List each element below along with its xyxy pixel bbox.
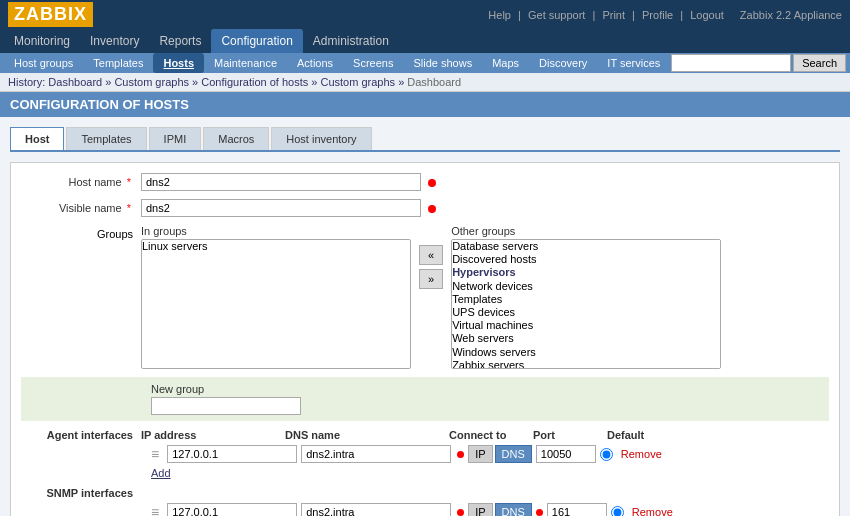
agent-add-link[interactable]: Add (21, 467, 829, 479)
other-group-database: Database servers (452, 240, 720, 253)
remove-group-arrow[interactable]: » (419, 269, 443, 289)
tab-host[interactable]: Host (10, 127, 64, 150)
snmp-interfaces-label: SNMP interfaces (21, 487, 141, 499)
snmp-default-radio[interactable] (611, 506, 624, 517)
snmp-connect-indicator (536, 509, 543, 516)
snmp-dns-indicator (457, 509, 464, 516)
print-link[interactable]: Print (602, 9, 625, 21)
host-name-value (141, 173, 829, 191)
sub-discovery[interactable]: Discovery (529, 53, 597, 73)
appliance-label: Zabbix 2.2 Appliance (740, 9, 842, 21)
groups-label: Groups (21, 225, 141, 240)
sub-maintenance[interactable]: Maintenance (204, 53, 287, 73)
breadcrumb-custom-graphs2[interactable]: Custom graphs (320, 76, 395, 88)
visible-name-label: Visible name * (21, 199, 141, 214)
agent-connect-dns[interactable]: DNS (495, 445, 532, 463)
agent-interface-row-1: ≡ IP DNS Remove (21, 445, 829, 463)
sub-actions[interactable]: Actions (287, 53, 343, 73)
sub-screens[interactable]: Screens (343, 53, 403, 73)
tab-macros[interactable]: Macros (203, 127, 269, 150)
tab-templates[interactable]: Templates (66, 127, 146, 150)
snmp-port-input[interactable] (547, 503, 607, 516)
breadcrumb: History: Dashboard » Custom graphs » Con… (0, 73, 850, 92)
sub-templates[interactable]: Templates (83, 53, 153, 73)
col-connect-label: Connect to (449, 429, 529, 441)
agent-port-input[interactable] (536, 445, 596, 463)
agent-dns-indicator (457, 451, 464, 458)
drag-handle-agent[interactable]: ≡ (151, 446, 159, 462)
visible-name-indicator (428, 205, 436, 213)
agent-column-headers: IP address DNS name Connect to Port Defa… (141, 429, 829, 441)
agent-connect-group: IP DNS (468, 445, 532, 463)
agent-ip-input[interactable] (167, 445, 297, 463)
other-group-zabbix: Zabbix servers (452, 359, 720, 369)
search-button[interactable]: Search (793, 54, 846, 72)
required-star: * (127, 176, 131, 188)
groups-row: Groups In groups Linux servers « » Other… (21, 225, 829, 369)
breadcrumb-dashboard[interactable]: Dashboard (48, 76, 102, 88)
drag-handle-snmp[interactable]: ≡ (151, 504, 159, 516)
sub-it-services[interactable]: IT services (597, 53, 670, 73)
host-name-indicator (428, 179, 436, 187)
visible-name-input[interactable] (141, 199, 421, 217)
snmp-interface-row-1: ≡ IP DNS Remove (21, 503, 829, 516)
required-star2: * (127, 202, 131, 214)
get-support-link[interactable]: Get support (528, 9, 585, 21)
new-group-input[interactable] (151, 397, 301, 415)
nav-inventory[interactable]: Inventory (80, 29, 149, 53)
main-content: Host Templates IPMI Macros Host inventor… (0, 117, 850, 516)
col-dns-label: DNS name (285, 429, 445, 441)
form-section: Host name * Visible name * Groups (10, 162, 840, 516)
breadcrumb-current: Dashboard (407, 76, 461, 88)
profile-link[interactable]: Profile (642, 9, 673, 21)
host-name-input[interactable] (141, 173, 421, 191)
snmp-remove-link[interactable]: Remove (632, 506, 673, 516)
host-name-label: Host name * (21, 173, 141, 188)
nav-configuration[interactable]: Configuration (211, 29, 302, 53)
nav-monitoring[interactable]: Monitoring (4, 29, 80, 53)
help-link[interactable]: Help (488, 9, 511, 21)
in-groups-list[interactable]: Linux servers (141, 239, 411, 369)
col-port-label: Port (533, 429, 603, 441)
add-group-arrow[interactable]: « (419, 245, 443, 265)
nav-administration[interactable]: Administration (303, 29, 399, 53)
sub-hosts[interactable]: Hosts (153, 53, 204, 73)
agent-connect-ip[interactable]: IP (468, 445, 492, 463)
search-input[interactable] (671, 54, 791, 72)
agent-remove-link[interactable]: Remove (621, 448, 662, 460)
sub-slide-shows[interactable]: Slide shows (403, 53, 482, 73)
other-group-hypervisors: Hypervisors (452, 266, 720, 279)
snmp-ip-input[interactable] (167, 503, 297, 516)
snmp-connect-group: IP DNS (468, 503, 543, 516)
other-group-network: Network devices (452, 280, 720, 293)
other-group-templates: Templates (452, 293, 720, 306)
logo: ZABBIX (8, 2, 93, 27)
breadcrumb-custom-graphs[interactable]: Custom graphs (114, 76, 189, 88)
nav-reports[interactable]: Reports (149, 29, 211, 53)
tab-ipmi[interactable]: IPMI (149, 127, 202, 150)
other-groups-label: Other groups (451, 225, 721, 237)
in-groups-box: In groups Linux servers (141, 225, 411, 369)
other-group-virtual: Virtual machines (452, 319, 720, 332)
other-group-ups: UPS devices (452, 306, 720, 319)
logout-link[interactable]: Logout (690, 9, 724, 21)
host-name-row: Host name * (21, 173, 829, 191)
sub-host-groups[interactable]: Host groups (4, 53, 83, 73)
sub-maps[interactable]: Maps (482, 53, 529, 73)
other-groups-list[interactable]: Database servers Discovered hosts Hyperv… (451, 239, 721, 369)
snmp-connect-ip[interactable]: IP (468, 503, 492, 516)
snmp-connect-dns[interactable]: DNS (495, 503, 532, 516)
new-group-label: New group (151, 383, 819, 395)
agent-default-radio[interactable] (600, 448, 613, 461)
agent-dns-input[interactable] (301, 445, 451, 463)
agent-interfaces-header: Agent interfaces IP address DNS name Con… (21, 429, 829, 441)
agent-interfaces-label: Agent interfaces (21, 429, 141, 441)
in-groups-label: In groups (141, 225, 411, 237)
snmp-interfaces-header: SNMP interfaces (21, 487, 829, 499)
tab-host-inventory[interactable]: Host inventory (271, 127, 371, 150)
sub-nav: Host groups Templates Hosts Maintenance … (0, 53, 850, 73)
snmp-dns-input[interactable] (301, 503, 451, 516)
breadcrumb-config-hosts[interactable]: Configuration of hosts (201, 76, 308, 88)
other-group-discovered: Discovered hosts (452, 253, 720, 266)
groups-content: In groups Linux servers « » Other groups… (141, 225, 721, 369)
